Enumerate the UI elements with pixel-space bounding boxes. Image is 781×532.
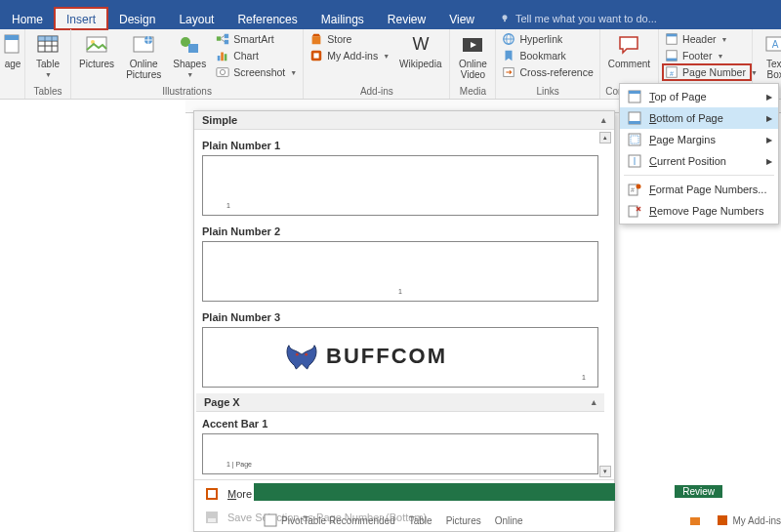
more-page-numbers-label: More Page Numbers from Office.com: [227, 488, 405, 500]
menu-remove-label: Remove Page Numbers: [649, 205, 763, 217]
shapes-button[interactable]: Shapes ▼: [169, 31, 210, 80]
gallery-item-plain-number-2[interactable]: 1: [202, 241, 598, 302]
svg-text:A: A: [772, 39, 779, 50]
svg-rect-61: [208, 518, 216, 522]
svg-rect-1: [504, 20, 506, 21]
shapes-icon: [178, 33, 201, 57]
tab-references[interactable]: References: [226, 8, 308, 29]
chart-icon: [216, 49, 229, 62]
bookmark-icon: [502, 49, 515, 62]
svg-text:W: W: [412, 34, 429, 54]
menu-top-of-page[interactable]: Top of Page ▶: [620, 86, 778, 107]
online-pictures-label: Online Pictures: [126, 59, 161, 80]
hyperlink-button[interactable]: Hyperlink: [500, 31, 595, 47]
cross-reference-button[interactable]: Cross-reference: [500, 64, 595, 80]
tab-design[interactable]: Design: [107, 8, 167, 29]
comment-label: Comment: [608, 59, 650, 69]
chevron-down-icon: ▼: [186, 71, 193, 78]
page-number-button[interactable]: # Page Number ▼: [663, 64, 751, 80]
shapes-label: Shapes: [173, 59, 206, 69]
tell-me-search[interactable]: Tell me what you want to do...: [486, 8, 657, 29]
gallery-scrollbar[interactable]: ▴ ▾: [598, 132, 612, 477]
addins-icon: [309, 49, 323, 62]
header-label: Header: [682, 33, 716, 45]
gallery-category-simple[interactable]: Simple ▴: [194, 111, 614, 130]
comment-button[interactable]: Comment: [604, 31, 654, 71]
buffcom-logo-icon: [283, 342, 320, 371]
menu-separator: [624, 175, 774, 176]
page-number-gallery: Simple ▴ Plain Number 1 1 Plain Number 2…: [193, 110, 615, 532]
svg-rect-23: [225, 54, 227, 61]
svg-rect-15: [188, 44, 198, 53]
store-button[interactable]: Store: [308, 31, 391, 47]
submenu-arrow-icon: ▶: [766, 157, 772, 166]
svg-point-62: [296, 353, 299, 356]
hyperlink-icon: [502, 32, 515, 46]
menu-format-page-numbers[interactable]: # Format Page Numbers...: [620, 179, 778, 200]
text-box-button[interactable]: A Text Box ▼: [757, 31, 781, 91]
page-number-icon: #: [665, 65, 678, 79]
smartart-icon: [216, 32, 229, 46]
tab-view[interactable]: View: [437, 8, 486, 29]
online-video-button[interactable]: Online Video: [454, 31, 491, 82]
screenshot-label: Screenshot: [233, 66, 285, 78]
smartart-button[interactable]: SmartArt: [214, 31, 299, 47]
svg-rect-28: [314, 53, 319, 58]
svg-rect-18: [225, 40, 228, 44]
chevron-down-icon: ▼: [383, 53, 390, 60]
table-button[interactable]: Table ▼: [29, 31, 66, 80]
group-media: Online Video Media: [450, 29, 496, 99]
chevron-down-icon: ▼: [290, 69, 297, 76]
online-video-label: Online Video: [459, 59, 487, 80]
cross-reference-label: Cross-reference: [519, 66, 593, 78]
menu-bottom-of-page[interactable]: Bottom of Page ▶: [620, 107, 778, 129]
svg-rect-45: [629, 91, 640, 94]
menu-remove-page-numbers[interactable]: Remove Page Numbers: [620, 200, 778, 222]
gallery-category-pagex[interactable]: Page X ▴: [196, 393, 604, 412]
wikipedia-label: Wikipedia: [399, 59, 441, 69]
screenshot-icon: [216, 65, 229, 79]
menu-current-position[interactable]: Current Position ▶: [620, 150, 778, 172]
video-icon: [461, 33, 484, 57]
tab-home[interactable]: Home: [0, 8, 55, 29]
svg-rect-47: [629, 121, 640, 124]
menu-bottom-of-page-label: Bottom of Page: [649, 112, 723, 124]
chevron-down-icon: ▼: [45, 71, 52, 78]
tab-layout[interactable]: Layout: [167, 8, 226, 29]
my-addins-button[interactable]: My Add-ins ▼: [308, 48, 391, 63]
header-button[interactable]: Header ▼: [663, 31, 751, 47]
footer-button[interactable]: Footer ▼: [663, 48, 751, 63]
cover-page-button[interactable]: age: [4, 31, 21, 71]
wikipedia-button[interactable]: W Wikipedia: [395, 31, 445, 71]
pictures-button[interactable]: Pictures: [75, 31, 118, 71]
tell-me-placeholder: Tell me what you want to do...: [515, 13, 657, 24]
scroll-down-icon[interactable]: ▾: [599, 466, 611, 477]
gallery-item-plain-number-1[interactable]: 1: [202, 155, 598, 216]
title-bar: [0, 0, 781, 8]
chart-button[interactable]: Chart: [214, 48, 299, 63]
online-pictures-icon: [132, 33, 155, 57]
svg-rect-16: [217, 36, 221, 40]
screenshot-button[interactable]: Screenshot ▼: [214, 64, 299, 80]
menu-top-of-page-label: Top of Page: [649, 91, 707, 102]
svg-rect-9: [38, 36, 58, 41]
office-icon: [204, 486, 220, 502]
table-label: Table: [36, 59, 60, 69]
svg-line-19: [221, 36, 225, 39]
submenu-arrow-icon: ▶: [766, 114, 772, 123]
tab-insert[interactable]: Insert: [55, 8, 107, 29]
pictures-label: Pictures: [79, 59, 114, 69]
header-icon: [665, 32, 678, 46]
svg-rect-26: [312, 36, 321, 44]
gallery-item-accent-bar-1[interactable]: 1 | Page: [202, 433, 598, 474]
tab-mailings[interactable]: Mailings: [309, 8, 376, 29]
bookmark-button[interactable]: Bookmark: [500, 48, 595, 63]
online-pictures-button[interactable]: Online Pictures: [122, 31, 165, 82]
page-number-label: Page Number: [682, 66, 746, 78]
more-page-numbers-office[interactable]: More Page Numbers from Office.com: [194, 482, 614, 506]
save-selection-label: Save Selection as Page Number (Bottom): [227, 512, 427, 523]
menu-page-margins[interactable]: Page Margins ▶: [620, 129, 778, 150]
tab-review[interactable]: Review: [376, 8, 437, 29]
page-number-sample: 1: [398, 288, 402, 295]
scroll-up-icon[interactable]: ▴: [599, 132, 611, 143]
